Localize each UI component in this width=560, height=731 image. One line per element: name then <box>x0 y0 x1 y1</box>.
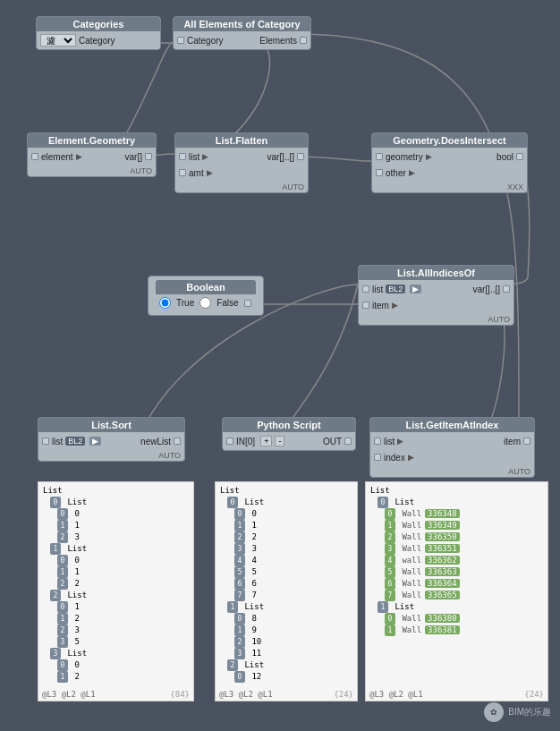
py-idx-12: 2 <box>234 636 245 648</box>
list-flatten-output-port[interactable] <box>297 153 304 160</box>
get-item-output-panel: List 0 List 0 Wall336348 1 Wall336349 2 … <box>365 481 548 701</box>
list-indices-list-label: list <box>372 285 383 294</box>
categories-filter-select[interactable]: 濾 <box>40 34 76 47</box>
gi-idx-01: 1 <box>385 520 395 531</box>
gi-idx-00: 0 <box>385 508 395 520</box>
all-elements-category-port[interactable] <box>177 37 184 44</box>
python-remove-button[interactable]: - <box>275 436 284 446</box>
gi-wall-label-00: Wall <box>402 509 421 518</box>
gi-wall-id-00: 336348 <box>425 509 460 518</box>
python-tree: List 0 List 0 0 1 1 2 2 3 3 4 4 5 5 6 6 … <box>220 485 352 683</box>
geom-intersect-output-port[interactable] <box>516 153 523 160</box>
categories-node-header: Categories <box>37 17 160 31</box>
list-flatten-amt-port[interactable] <box>179 169 186 176</box>
python-output-panel: List 0 List 0 0 1 1 2 2 3 3 4 4 5 5 6 6 … <box>215 481 358 701</box>
boolean-output-port[interactable] <box>244 300 251 307</box>
list-get-item-footer: AUTO <box>370 466 534 477</box>
idx-30: 0 <box>57 659 68 671</box>
boolean-header: Boolean <box>156 280 256 294</box>
boolean-false-radio[interactable] <box>199 297 211 309</box>
list-get-item-header: List.GetItemAtIndex <box>370 418 534 432</box>
py-idx-0: 0 <box>227 497 238 508</box>
gi-idx-04: 4 <box>385 555 395 566</box>
py-idx-11: 1 <box>234 625 245 636</box>
all-elements-elements-port[interactable] <box>300 37 307 44</box>
list-indices-item-port[interactable] <box>362 302 369 309</box>
gi-wall-id-05: 336363 <box>425 567 460 576</box>
categories-input-label: Category <box>79 36 115 46</box>
python-script-header: Python Script <box>223 418 355 432</box>
list-get-output-port[interactable] <box>523 438 530 445</box>
element-geometry-output-port[interactable] <box>145 153 152 160</box>
list-sort-header: List.Sort <box>38 418 184 432</box>
list-indices-badge2: ▶ <box>410 285 421 293</box>
gi-idx-10: 0 <box>385 613 395 625</box>
list-sort-list-port[interactable] <box>42 438 49 445</box>
list-get-index-arrow: ▶ <box>408 453 414 462</box>
list-flatten-footer: AUTO <box>175 182 308 192</box>
py-idx-03: 3 <box>234 543 245 555</box>
geom-intersect-other-label: other <box>386 168 406 178</box>
idx-3: 3 <box>50 648 61 659</box>
idx-01: 1 <box>57 520 68 531</box>
list-sort-badge: BL2 <box>65 437 85 446</box>
py-idx-20: 0 <box>234 671 245 683</box>
py-idx-05: 5 <box>234 566 245 578</box>
gi-wall-id-02: 336350 <box>425 532 460 541</box>
idx-10: 0 <box>57 555 68 566</box>
list-flatten-amt-label: amt <box>189 168 204 178</box>
py-idx-2: 2 <box>227 659 238 671</box>
gi-wall-label-07: Wall <box>402 591 421 599</box>
list-sort-arrow-badge: ▶ <box>89 437 101 446</box>
list-indices-output-port[interactable] <box>503 285 510 293</box>
idx-2: 2 <box>50 590 61 601</box>
gi-wall-label-01: Wall <box>402 521 421 530</box>
list-flatten-list-arrow: ▶ <box>202 152 208 161</box>
python-add-button[interactable]: + <box>260 436 272 446</box>
list-indices-list-port[interactable] <box>362 285 369 293</box>
list-all-indices-footer: AUTO <box>359 314 513 325</box>
gi-wall-id-01: 336349 <box>425 521 460 530</box>
list-get-list-port[interactable] <box>374 438 381 445</box>
python-out-port[interactable] <box>344 438 352 445</box>
python-output-footer-right: {24} <box>334 690 353 699</box>
list-flatten-amt-arrow: ▶ <box>207 168 213 177</box>
list-sort-output-port[interactable] <box>174 438 181 445</box>
geom-intersect-geom-port[interactable] <box>376 153 383 160</box>
list-flatten-header: List.Flatten <box>175 133 308 148</box>
list-get-index-port[interactable] <box>374 454 381 461</box>
geom-intersect-other-arrow: ▶ <box>409 168 415 177</box>
boolean-true-radio[interactable] <box>159 297 171 309</box>
list-get-list-label: list <box>384 437 395 446</box>
watermark: ✿ BIM的乐趣 <box>484 702 551 722</box>
gi-wall-label-05: Wall <box>402 567 421 576</box>
py-idx-06: 6 <box>234 578 245 590</box>
geom-intersect-output-label: bool <box>496 152 513 162</box>
gi-idx-1: 1 <box>378 601 388 613</box>
list-indices-item-arrow: ▶ <box>392 301 398 310</box>
categories-node: Categories 濾 Category <box>36 16 161 50</box>
geom-intersect-geom-label: geometry <box>386 152 423 162</box>
gi-wall-id-07: 336365 <box>425 591 460 599</box>
all-elements-header: All Elements of Category <box>174 17 310 31</box>
list-sort-output-footer-right: {84} <box>170 690 190 699</box>
gi-idx-07: 7 <box>385 590 395 601</box>
list-flatten-list-port[interactable] <box>179 153 186 160</box>
element-geometry-output-label: var[] <box>125 152 142 162</box>
python-in0-port[interactable] <box>226 438 233 445</box>
idx-22: 2 <box>57 625 68 636</box>
idx-1: 1 <box>50 543 61 555</box>
list-flatten-output-label: var[]..[] <box>267 152 294 162</box>
geom-intersect-other-port[interactable] <box>376 169 383 176</box>
python-script-node: Python Script IN[0] + - OUT <box>222 417 356 451</box>
list-get-index-label: index <box>384 453 405 463</box>
idx-0: 0 <box>50 497 61 508</box>
python-output-content: List 0 List 0 0 1 1 2 2 3 3 4 4 5 5 6 6 … <box>216 482 357 685</box>
py-idx-01: 1 <box>234 520 245 531</box>
idx-31: 1 <box>57 671 68 683</box>
py-idx-04: 4 <box>234 555 245 566</box>
element-geometry-element-port[interactable] <box>31 153 38 160</box>
py-idx-07: 7 <box>234 590 245 601</box>
idx-00: 0 <box>57 508 68 520</box>
geom-intersect-footer: XXX <box>372 182 527 192</box>
